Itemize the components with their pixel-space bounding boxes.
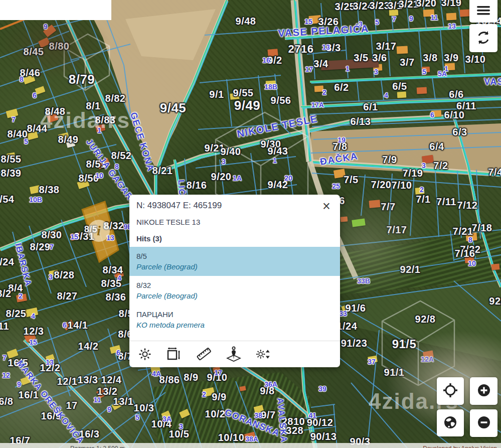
parcel-line <box>440 29 444 74</box>
parcel-label: 13/3 <box>78 374 98 386</box>
address-number-label: 12A <box>421 355 434 363</box>
address-number-label: 5 <box>422 68 426 76</box>
address-number-label: 17 <box>214 369 222 377</box>
address-number-label: 4 <box>31 312 35 320</box>
ruler-icon[interactable] <box>197 346 212 363</box>
address-number-label: 5 <box>135 413 139 421</box>
parcel-label: 3/17 <box>376 41 397 52</box>
address-number-label: 11 <box>431 14 438 22</box>
parcel-label: 8/25 <box>6 308 27 320</box>
parcel-label: 9/45 <box>160 100 187 116</box>
close-icon[interactable]: × <box>319 199 334 214</box>
locate-button[interactable] <box>437 377 464 405</box>
zoom-out-button[interactable] <box>470 409 497 437</box>
address-number-label: 2 <box>202 390 206 398</box>
address-number-label: 13 <box>448 22 456 30</box>
parcel-label: 13/1 <box>113 396 134 407</box>
parcel-label: 3/4 <box>313 58 328 70</box>
street-view-icon[interactable] <box>226 346 241 363</box>
parcel-label: 7/1 <box>416 194 430 205</box>
parcel-label: 92/1 <box>400 264 421 275</box>
parcel-label: 10/3 <box>134 402 154 414</box>
identify-popup: N: 4938047 E: 465199 × NIKOLE TESLE 13 H… <box>129 195 340 367</box>
address-number-label: 16 <box>262 56 270 64</box>
address-number-label: 7 <box>50 243 54 251</box>
parcel-label: 7/17 <box>387 224 407 236</box>
parcel-label: 91/1 <box>384 367 405 378</box>
parcel-label: 8/1 <box>86 100 100 112</box>
menu-button[interactable] <box>469 0 497 23</box>
address-number-label: 9 <box>17 380 21 388</box>
result-layer: Parcele (Beograd) <box>136 290 333 301</box>
house-marker <box>491 263 500 270</box>
parcel-label: 6/10 <box>444 109 465 121</box>
parcel-label: 8/27 <box>57 290 78 302</box>
address-number-label: 6 <box>33 91 37 99</box>
result-id: 8/5 <box>136 251 333 261</box>
globe-icon <box>444 416 457 430</box>
parcel-label: 8/24 <box>0 256 14 268</box>
parcel-label: 7/18 <box>472 222 492 234</box>
house-marker <box>460 9 470 17</box>
parcel-label: 9/49 <box>234 98 261 113</box>
address-number-label: 19 <box>338 136 346 144</box>
house-marker <box>369 200 380 208</box>
parcel-line <box>461 28 465 73</box>
address-number-label: 38A <box>245 435 258 443</box>
result-row-parcel-8-32[interactable]: 8/32 Parcele (Beograd) <box>129 276 340 305</box>
address-number-label: 9 <box>107 405 111 413</box>
parcel-label: 17 <box>66 400 77 411</box>
result-row-parcel-8-5[interactable]: 8/5 Parcele (Beograd) <box>129 247 340 276</box>
house-marker <box>397 46 408 54</box>
parcel-label: 9/9 <box>212 391 226 403</box>
globe-button[interactable] <box>437 409 464 436</box>
address-number-label: 1 <box>97 126 101 134</box>
brightness-icon[interactable] <box>137 346 152 363</box>
address-number-label: 3 <box>49 273 53 281</box>
address-number-label: 10B <box>29 196 42 204</box>
info-marker-icon[interactable]: i <box>88 220 110 242</box>
parcel-label: 3/20 <box>416 0 437 9</box>
refresh-button[interactable] <box>469 24 497 52</box>
parcel-label: 8/2 <box>0 288 12 300</box>
scale-bar: Razmera 1: 2.500 m Developed by Analys V… <box>0 443 501 448</box>
parcel-label: 7/12 <box>457 200 478 211</box>
parcel-label: 10/10 <box>218 432 245 443</box>
house-marker <box>239 386 246 391</box>
parcel-label: 7/11 <box>436 196 456 208</box>
parcel-line <box>381 80 384 100</box>
parcel-label: 8/52 <box>111 150 132 162</box>
result-row-parcani[interactable]: ПАРЦАНИ KO metoda premera <box>129 305 340 334</box>
address-number-label: 3 <box>374 68 378 76</box>
parcel-label: 14/1 <box>68 320 88 331</box>
house-marker <box>446 13 457 20</box>
parcel-label: 14/2 <box>78 341 99 352</box>
address-number-label: 36A <box>264 380 277 388</box>
locate-icon <box>443 383 457 399</box>
parcel-label: 8/82 <box>105 93 126 104</box>
brightness-adjust-icon[interactable] <box>256 346 271 363</box>
parcel-label: 6/13 <box>351 116 371 127</box>
zoom-in-button[interactable] <box>470 377 497 405</box>
parcel-label: 3/10 <box>465 54 486 65</box>
address-number-label: 3 <box>179 422 183 430</box>
parcel-label: 9/48 <box>236 16 256 27</box>
address-number-label: 20 <box>284 174 292 182</box>
result-id: ПАРЦАНИ <box>136 309 333 320</box>
dimensions-icon[interactable] <box>167 346 182 363</box>
parcel-label: 3/19 <box>441 0 462 9</box>
parcel-label: 3/6 <box>372 52 387 64</box>
address-number-label: 5 <box>24 137 28 145</box>
parcel-label: 7/19 <box>403 168 423 179</box>
parcel-label: 6/3 <box>452 126 467 138</box>
zoom-out-icon <box>477 416 490 430</box>
parcel-label: 8/44 <box>27 123 48 134</box>
address-number-label: 5 <box>375 18 379 26</box>
parcel-label: 8/79 <box>69 72 95 87</box>
parcel-label: 3/8 <box>423 52 437 64</box>
parcel-label: 8/39 <box>1 168 22 179</box>
result-layer: Parcele (Beograd) <box>136 261 333 272</box>
parcel-label: 8/36 <box>106 291 126 303</box>
address-number-label: 7 <box>392 15 396 23</box>
parcel-label: 8/38 <box>39 184 60 196</box>
